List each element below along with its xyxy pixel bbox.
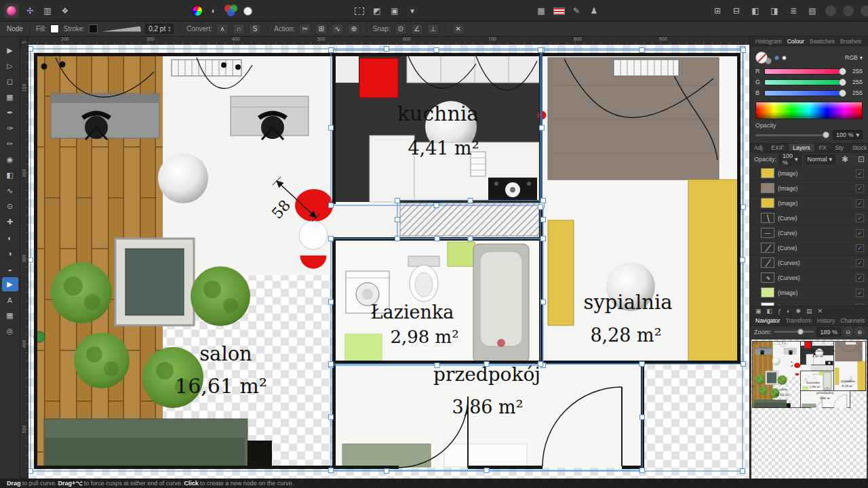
hall-rug-white[interactable] bbox=[444, 444, 527, 467]
label-kuchnia[interactable]: kuchnia bbox=[397, 102, 479, 125]
selection-handle[interactable] bbox=[329, 48, 334, 53]
selection-handle[interactable] bbox=[538, 362, 543, 367]
lock-icon[interactable]: ⊡ bbox=[854, 155, 868, 164]
label-sypialnia-area[interactable]: 8,28 m² bbox=[590, 325, 661, 346]
kitchen-sink[interactable] bbox=[488, 178, 537, 202]
tab-histogram[interactable]: Histogram bbox=[755, 38, 782, 45]
app-logo-icon[interactable] bbox=[4, 3, 19, 18]
color-wheel-icon[interactable] bbox=[192, 5, 203, 16]
opacity-value[interactable]: 100 % ▾ bbox=[833, 130, 863, 140]
burn-tool[interactable]: ◑ bbox=[2, 246, 18, 260]
selection-handle[interactable] bbox=[329, 203, 334, 208]
convert-sharp-button[interactable]: ∧ bbox=[216, 24, 229, 35]
layer-visibility-checkbox[interactable]: ✓ bbox=[856, 169, 864, 178]
tab-adjustments[interactable]: Adj bbox=[750, 144, 767, 152]
red-slider-knob[interactable] bbox=[839, 68, 846, 75]
wardrobe-left[interactable] bbox=[548, 220, 574, 325]
tab-fx[interactable]: FX bbox=[815, 144, 831, 152]
delete-icon[interactable]: ✕ bbox=[818, 308, 823, 314]
layer-row[interactable]: (Image) ✓ bbox=[750, 285, 868, 300]
account-button-1[interactable] bbox=[825, 5, 837, 17]
wardrobe-right[interactable] bbox=[688, 180, 741, 363]
move-tool[interactable]: ▶ bbox=[2, 43, 18, 58]
snap-angle-button[interactable]: ∠ bbox=[411, 24, 423, 35]
selection-handle[interactable] bbox=[435, 363, 439, 368]
stroke-swatch[interactable] bbox=[89, 24, 98, 33]
node-select-tool[interactable]: ▷ bbox=[2, 59, 18, 73]
zoom-out-icon[interactable]: ⊖ bbox=[844, 327, 852, 336]
layer-row[interactable]: ╲ (Curve) ✓ bbox=[750, 211, 868, 226]
snap-off-button[interactable]: ✕ bbox=[452, 24, 465, 35]
layer-visibility-checkbox[interactable]: ✓ bbox=[856, 259, 864, 267]
plant-3[interactable] bbox=[74, 333, 130, 388]
layer-visibility-checkbox[interactable]: ✓ bbox=[856, 289, 864, 297]
develop-persona-icon[interactable]: ▥ bbox=[41, 4, 54, 18]
tab-navigator[interactable]: Navigator bbox=[755, 317, 780, 324]
mesh-warp-tool[interactable]: ▦ bbox=[2, 308, 18, 323]
liquify-persona-icon[interactable]: ✣ bbox=[23, 4, 37, 18]
selection-handle[interactable] bbox=[384, 47, 389, 52]
flag-icon[interactable] bbox=[552, 4, 566, 18]
blue-slider[interactable]: B 255 bbox=[755, 87, 863, 98]
arrange-back-icon[interactable]: ⊟ bbox=[730, 4, 743, 18]
split-view-icon[interactable]: ◐ bbox=[207, 4, 220, 18]
align-right-icon[interactable]: ◨ bbox=[768, 4, 781, 18]
kitchen-red-cabinet[interactable] bbox=[359, 58, 398, 98]
blend-mode-select[interactable]: Normal ▾ bbox=[804, 155, 836, 164]
snap-perp-button[interactable]: ⊥ bbox=[427, 24, 439, 35]
blue-slider-knob[interactable] bbox=[839, 89, 846, 97]
selection-handle[interactable] bbox=[741, 469, 745, 474]
selection-handle[interactable] bbox=[395, 237, 400, 241]
label-przedpokoj-area[interactable]: 3,86 m² bbox=[452, 396, 523, 418]
pencil-tool[interactable]: ✏ bbox=[2, 137, 18, 151]
align-left-icon[interactable]: ◧ bbox=[749, 4, 762, 18]
action-join-button[interactable]: ⊕ bbox=[348, 24, 360, 35]
color-spectrum[interactable] bbox=[755, 102, 863, 119]
green-slider-knob[interactable] bbox=[839, 79, 846, 86]
selection-handle[interactable] bbox=[329, 125, 334, 130]
layer-row[interactable]: ╱ (Curve) ✓ bbox=[750, 241, 868, 256]
clone-tool[interactable]: ⊙ bbox=[2, 199, 18, 214]
green-slider[interactable]: G 255 bbox=[755, 77, 863, 87]
action-close-button[interactable]: ⊞ bbox=[315, 24, 328, 35]
vertical-ruler[interactable]: 100 200 300 400 500 bbox=[20, 45, 28, 479]
selection-handle[interactable] bbox=[541, 300, 546, 304]
selection-handle[interactable] bbox=[541, 218, 546, 222]
tab-styles[interactable]: Sty bbox=[831, 144, 848, 152]
tab-brushes[interactable]: Brushes bbox=[840, 38, 861, 45]
tab-swatches[interactable]: Swatches bbox=[810, 38, 835, 45]
screen-icon[interactable]: ▣ bbox=[755, 308, 762, 314]
opacity-slider[interactable] bbox=[755, 134, 829, 136]
assistant-figure-icon[interactable]: ♟ bbox=[587, 4, 601, 18]
gear-icon[interactable]: ✱ bbox=[838, 155, 852, 164]
bath-rug[interactable] bbox=[344, 333, 382, 361]
selection-handle[interactable] bbox=[640, 468, 645, 473]
selection-handle[interactable] bbox=[28, 47, 33, 52]
selection-handle[interactable] bbox=[395, 218, 400, 222]
zoom-in-icon[interactable]: ⊕ bbox=[855, 327, 864, 336]
text-tool[interactable]: A bbox=[2, 293, 18, 307]
selection-handle[interactable] bbox=[329, 362, 334, 367]
snap-grid-button[interactable]: ⊙ bbox=[395, 24, 407, 35]
selection-handle[interactable] bbox=[540, 125, 545, 130]
insert-target-dropdown[interactable]: ▾ bbox=[406, 4, 419, 18]
layer-row[interactable]: (Image) ✓ bbox=[750, 166, 868, 181]
assistant-pen-icon[interactable]: ✎ bbox=[570, 4, 583, 18]
selection-handle[interactable] bbox=[434, 48, 439, 53]
selection-handle[interactable] bbox=[741, 48, 746, 53]
selection-handle[interactable] bbox=[434, 203, 439, 208]
bathroom-shelf[interactable] bbox=[448, 242, 475, 266]
label-lazienka-area[interactable]: 2,98 m² bbox=[390, 327, 458, 347]
account-button-3[interactable] bbox=[860, 5, 868, 17]
list-view-icon[interactable]: ≣ bbox=[787, 4, 800, 18]
selection-handle[interactable] bbox=[741, 362, 746, 367]
stroke-width-value[interactable]: 0,2 pt ▴▾ bbox=[145, 24, 174, 34]
action-smooth-button[interactable]: ∿ bbox=[332, 24, 344, 35]
tab-colour[interactable]: Colour bbox=[787, 38, 804, 45]
stroke-width-slider[interactable] bbox=[102, 26, 141, 32]
live-filter-icon[interactable]: ✱ bbox=[795, 308, 801, 314]
selection-handle[interactable] bbox=[329, 468, 334, 473]
navigator-preview[interactable] bbox=[751, 340, 867, 479]
dodge-tool[interactable]: ◐ bbox=[2, 230, 18, 245]
healing-tool[interactable]: ✚ bbox=[2, 215, 18, 229]
